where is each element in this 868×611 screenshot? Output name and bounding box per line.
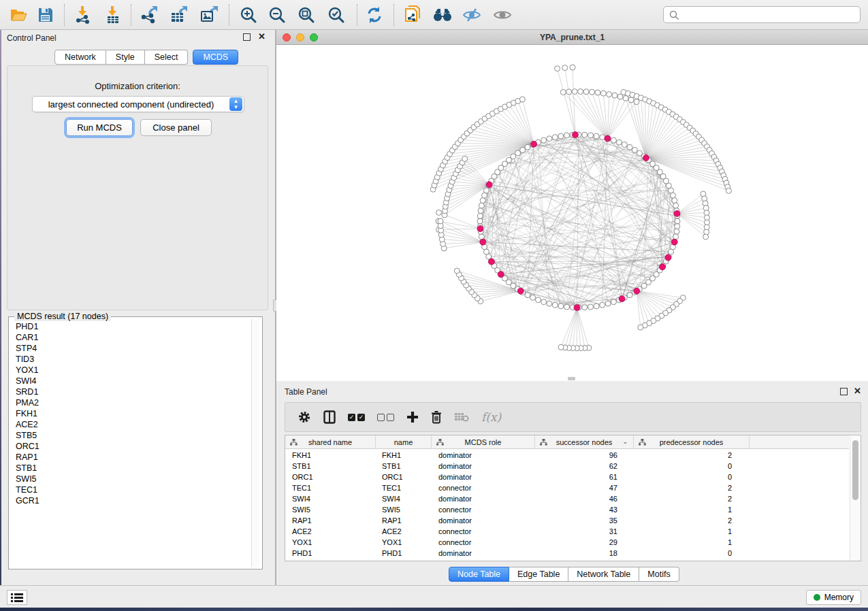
task-history-button[interactable] bbox=[7, 590, 27, 605]
mcds-result-item[interactable]: STB1 bbox=[10, 463, 253, 474]
network-window-titlebar[interactable]: YPA_prune.txt_1 bbox=[276, 30, 868, 45]
export-table-button[interactable] bbox=[167, 5, 191, 25]
table-cell: 62 bbox=[535, 461, 634, 472]
table-row[interactable]: PHD1PHD1dominator180 bbox=[285, 548, 849, 559]
table-cell: SWI4 bbox=[376, 493, 432, 504]
table-scrollbar[interactable] bbox=[850, 436, 860, 561]
table-row[interactable]: ORC1ORC1dominator610 bbox=[285, 472, 849, 482]
table-row[interactable]: TEC1TEC1connector472 bbox=[285, 482, 849, 493]
tab-select[interactable]: Select bbox=[145, 50, 189, 65]
table-cell: FKH1 bbox=[285, 450, 376, 461]
run-mcds-button[interactable]: Run MCDS bbox=[66, 119, 133, 136]
table-scrollbar-thumb[interactable] bbox=[852, 440, 858, 500]
open-file-button[interactable] bbox=[7, 5, 30, 25]
sort-chevron-icon[interactable]: ⌄ bbox=[622, 438, 628, 445]
node-table-body: FKH1FKH1dominator962STB1STB1dominator620… bbox=[285, 450, 849, 559]
function-builder-button[interactable]: f(x) bbox=[481, 410, 501, 424]
mcds-result-item[interactable]: PMA2 bbox=[10, 397, 253, 408]
save-session-button[interactable] bbox=[34, 5, 57, 25]
column-header-mcds-role[interactable]: MCDS role bbox=[432, 435, 535, 449]
mcds-result-item[interactable]: SRD1 bbox=[10, 386, 253, 397]
show-column-button[interactable] bbox=[323, 410, 336, 424]
table-cell: 1 bbox=[634, 526, 750, 537]
close-panel-button[interactable]: Close panel bbox=[140, 119, 212, 136]
table-row[interactable]: ACE2ACE2connector311 bbox=[285, 526, 849, 537]
new-network-from-selection-button[interactable] bbox=[401, 5, 424, 25]
search-field[interactable] bbox=[663, 6, 861, 23]
mcds-result-item[interactable]: TID3 bbox=[10, 354, 253, 365]
hide-selected-button[interactable] bbox=[460, 5, 483, 25]
table-cell: ORC1 bbox=[376, 472, 432, 482]
export-network-button[interactable] bbox=[138, 5, 161, 25]
column-header-predecessor-nodes[interactable]: predecessor nodes bbox=[634, 435, 750, 449]
list-icon bbox=[11, 593, 23, 602]
tab-node-table[interactable]: Node Table bbox=[449, 567, 509, 582]
select-all-columns-button[interactable]: ✓ ✓ bbox=[348, 414, 365, 421]
table-settings-button[interactable] bbox=[298, 410, 311, 424]
add-column-button[interactable] bbox=[406, 411, 419, 423]
find-button[interactable] bbox=[431, 5, 454, 25]
mcds-result-item[interactable]: PHD1 bbox=[10, 321, 253, 332]
float-window-icon[interactable] bbox=[840, 388, 848, 395]
float-window-icon[interactable] bbox=[243, 33, 251, 41]
mcds-result-item[interactable]: GCR1 bbox=[10, 495, 253, 506]
zoom-in-button[interactable] bbox=[237, 5, 260, 25]
close-panel-icon[interactable]: ✕ bbox=[854, 386, 861, 396]
table-cell: dominator bbox=[432, 461, 535, 472]
table-row[interactable]: STB1STB1dominator620 bbox=[285, 461, 849, 472]
tab-network-table[interactable]: Network Table bbox=[568, 567, 639, 582]
show-all-button[interactable] bbox=[491, 5, 514, 25]
table-row[interactable]: SWI5SWI5connector431 bbox=[285, 504, 849, 515]
table-row[interactable]: SWI4SWI4dominator462 bbox=[285, 493, 849, 504]
column-label: predecessor nodes bbox=[660, 438, 724, 446]
mcds-result-item[interactable]: TEC1 bbox=[10, 484, 253, 495]
deselect-all-columns-button[interactable] bbox=[377, 414, 394, 421]
hierarchy-icon bbox=[290, 439, 298, 446]
table-row[interactable]: YOX1YOX1connector291 bbox=[285, 537, 849, 548]
network-document-icon bbox=[404, 5, 421, 24]
zoom-out-button[interactable] bbox=[266, 5, 289, 25]
export-image-button[interactable] bbox=[197, 5, 221, 25]
import-table-button[interactable] bbox=[101, 5, 125, 25]
column-header-successor-nodes[interactable]: successor nodes ⌄ bbox=[535, 435, 634, 449]
column-header-name[interactable]: name bbox=[376, 435, 432, 449]
tab-style[interactable]: Style bbox=[106, 50, 145, 65]
memory-button[interactable]: Memory bbox=[806, 590, 861, 605]
table-cell: dominator bbox=[432, 472, 535, 482]
delete-column-button[interactable] bbox=[431, 410, 442, 424]
mcds-result-list[interactable]: PHD1CAR1STP4TID3YOX1SWI4SRD1PMA2FKH1ACE2… bbox=[10, 321, 253, 566]
search-input[interactable] bbox=[679, 8, 860, 22]
mcds-options-panel: Optimization criterion: largest connecte… bbox=[7, 65, 268, 310]
mcds-result-item[interactable]: FKH1 bbox=[10, 408, 253, 419]
delete-table-button[interactable] bbox=[454, 412, 469, 423]
mcds-result-item[interactable]: ORC1 bbox=[10, 441, 253, 452]
table-row[interactable]: RAP1RAP1dominator352 bbox=[285, 515, 849, 526]
mcds-result-item[interactable]: STP4 bbox=[10, 343, 253, 354]
zoom-selected-button[interactable] bbox=[325, 5, 348, 25]
network-canvas[interactable] bbox=[276, 45, 868, 381]
mcds-result-item[interactable]: SWI4 bbox=[10, 376, 253, 386]
tab-network[interactable]: Network bbox=[54, 50, 106, 65]
mcds-list-scrollbar[interactable] bbox=[251, 319, 259, 567]
tab-edge-table[interactable]: Edge Table bbox=[509, 567, 568, 582]
mcds-result-item[interactable]: STB5 bbox=[10, 430, 253, 441]
table-cell: connector bbox=[432, 537, 535, 548]
tab-mcds[interactable]: MCDS bbox=[193, 50, 238, 65]
mcds-result-item[interactable]: CAR1 bbox=[10, 332, 253, 343]
mcds-result-item[interactable]: YOX1 bbox=[10, 365, 253, 376]
import-network-button[interactable] bbox=[71, 5, 95, 25]
mcds-result-item[interactable]: ACE2 bbox=[10, 419, 253, 430]
network-hscroll-thumb[interactable] bbox=[568, 377, 575, 380]
table-cell: 18 bbox=[535, 548, 634, 559]
refresh-button[interactable] bbox=[363, 5, 386, 25]
column-header-shared-name[interactable]: shared name bbox=[285, 435, 376, 449]
zoom-fit-button[interactable] bbox=[295, 5, 318, 25]
mcds-result-item[interactable]: RAP1 bbox=[10, 452, 253, 463]
tab-motifs[interactable]: Motifs bbox=[639, 567, 679, 582]
mcds-result-item[interactable]: SWI5 bbox=[10, 474, 253, 484]
refresh-icon bbox=[366, 6, 383, 24]
table-cell: TEC1 bbox=[285, 482, 376, 493]
table-row[interactable]: FKH1FKH1dominator962 bbox=[285, 450, 849, 461]
criterion-dropdown[interactable]: largest connected component (undirected)… bbox=[32, 96, 244, 112]
close-panel-icon[interactable]: ✕ bbox=[258, 32, 266, 42]
